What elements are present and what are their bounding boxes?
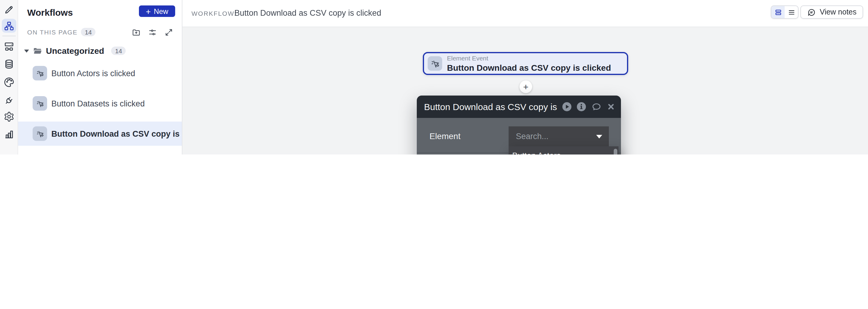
element-search-box [508, 127, 609, 146]
server-blocks-icon[interactable] [4, 41, 14, 52]
workflow-item-label: Button Download as CSV copy is ... [51, 129, 182, 138]
folder-count-badge: 14 [112, 47, 126, 55]
close-icon[interactable] [607, 103, 615, 111]
list-icon [787, 8, 795, 16]
new-button-label: New [154, 7, 168, 16]
node-title: Button Download as CSV copy is clicked [447, 63, 611, 72]
workflow-canvas[interactable]: Element Event Button Download as CSV cop… [182, 27, 868, 154]
modal-header[interactable]: Button Download as CSV copy is [417, 95, 621, 118]
pencil-icon[interactable] [4, 4, 14, 15]
comment-icon[interactable] [591, 102, 601, 112]
rail-item-workflows-active[interactable] [2, 19, 16, 33]
note-bubble-icon [807, 7, 816, 17]
bar-chart-icon[interactable] [4, 129, 14, 140]
cursor-click-icon [33, 96, 47, 111]
workflow-list: Button Actors is clickedButton Datasets … [18, 58, 182, 154]
card-view-button[interactable] [771, 6, 785, 18]
view-notes-button[interactable]: View notes [800, 5, 863, 19]
view-toggle [771, 5, 799, 19]
folder-name: Uncategorized [46, 46, 104, 56]
caret-down-icon[interactable] [596, 135, 602, 138]
palette-icon[interactable] [4, 77, 14, 88]
add-step-button[interactable]: + [520, 80, 532, 93]
play-icon[interactable] [562, 102, 571, 111]
gear-icon[interactable] [4, 111, 14, 122]
topbar: WORKFLOW: Button Download as CSV copy is… [182, 0, 868, 27]
on-this-page-count-badge: 14 [81, 28, 95, 36]
folder-uncategorized[interactable]: Uncategorized 14 [24, 45, 126, 57]
cursor-click-icon [33, 66, 47, 80]
element-search-input[interactable] [508, 127, 609, 146]
modal-title: Button Download as CSV copy is [424, 102, 562, 112]
workflow-breadcrumb-label: WORKFLOW: [191, 10, 237, 17]
node-type-label: Element Event [447, 55, 611, 62]
dropdown-option[interactable]: Button Actors [508, 146, 619, 154]
view-notes-label: View notes [820, 8, 857, 16]
folder-icon [33, 46, 42, 56]
cursor-click-icon [33, 127, 47, 141]
on-this-page-label: ON THIS PAGE [27, 28, 78, 36]
dropdown-scrollbar-thumb[interactable] [614, 149, 617, 154]
workflow-list-item[interactable]: Button Datasets is clicked [18, 88, 182, 118]
list-view-button[interactable] [785, 6, 798, 18]
plus-icon: + [146, 7, 151, 16]
new-workflow-button[interactable]: + New [139, 5, 175, 17]
workflows-sidebar: Workflows + New ON THIS PAGE 14 [18, 0, 182, 154]
folder-plus-icon[interactable] [132, 28, 141, 36]
app-window: Workflows + New ON THIS PAGE 14 [0, 0, 868, 154]
expand-icon[interactable] [164, 28, 173, 36]
sliders-icon[interactable] [148, 28, 157, 36]
rail-divider [2, 36, 16, 36]
workflow-item-label: Button Actors is clicked [51, 68, 135, 78]
workflow-list-item[interactable]: Button Download as CSV is clicked [18, 149, 182, 154]
icon-rail [0, 0, 18, 154]
cursor-click-icon [428, 56, 442, 71]
element-field-label: Element [430, 131, 461, 141]
info-icon[interactable] [577, 102, 586, 111]
workflow-item-label: Button Datasets is clicked [51, 99, 145, 108]
sidebar-title: Workflows [27, 7, 73, 18]
workflow-icon [4, 21, 14, 31]
element-event-node[interactable]: Element Event Button Download as CSV cop… [423, 52, 628, 75]
element-dropdown-list: Button ActorsButton DatasetsButton Downl… [508, 146, 619, 154]
database-icon[interactable] [4, 59, 14, 69]
caret-down-icon [24, 49, 29, 52]
rows-icon [774, 8, 782, 16]
plug-icon[interactable] [4, 95, 14, 106]
workflow-list-item[interactable]: Button Actors is clicked [18, 58, 182, 88]
workflow-list-item[interactable]: Button Download as CSV copy is ... [18, 118, 182, 149]
on-this-page-row: ON THIS PAGE 14 [27, 27, 173, 37]
workflow-title: Button Download as CSV copy is clicked [235, 8, 381, 18]
